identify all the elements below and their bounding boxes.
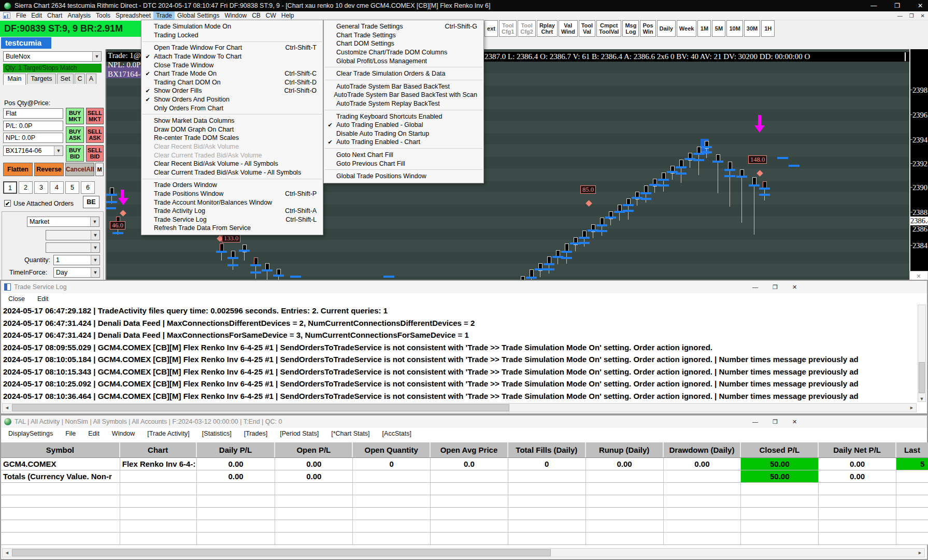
trade-menu-item-show-market-data-columns[interactable]: Show Market Data Columns [141, 117, 323, 125]
trade-menu-item-trade-account-monitor-balances-window[interactable]: Trade Account Monitor/Balances Window [141, 198, 323, 207]
toolbar-button-rplay-chrt[interactable]: RplayChrt [537, 20, 558, 37]
trade-menu-item-trading-locked[interactable]: Trading Locked [141, 31, 323, 40]
trade-menu-item-attach-trade-window-to-chart[interactable]: ✔Attach Trade Window To Chart [141, 52, 323, 61]
column-header-chart[interactable]: Chart [120, 442, 197, 457]
menubar-item-analysis[interactable]: Analysis [65, 11, 93, 20]
chevron-down-icon[interactable]: ▼ [91, 255, 99, 265]
preset-button-4[interactable]: 4 [50, 181, 64, 194]
use-attached-checkbox[interactable]: ✔ [4, 200, 11, 207]
maximize-icon[interactable]: ❐ [894, 2, 900, 9]
mdi-restore-icon[interactable]: ❐ [909, 13, 914, 19]
tab-main[interactable]: Main [3, 74, 26, 85]
log-horizontal-scrollbar[interactable]: ◄ ► [2, 403, 917, 412]
mdi-minimize-icon[interactable]: — [897, 13, 903, 19]
column-header-open-avg-price[interactable]: Open Avg Price [431, 442, 508, 457]
log-menu-close[interactable]: Close [8, 295, 25, 303]
settings-menu-item-goto-previous-chart-fill[interactable]: Goto Previous Chart Fill [324, 159, 483, 168]
sell-ask-button[interactable]: SELLASK [86, 126, 104, 143]
quantity-stepper[interactable]: 1▼ [53, 255, 100, 265]
chevron-down-icon[interactable]: ▼ [91, 243, 99, 252]
menubar-item-window[interactable]: Window [222, 11, 249, 20]
toolbar-button-week[interactable]: Week [677, 20, 697, 37]
order-type-select[interactable]: Market▼ [27, 217, 99, 227]
trade-menu-item-trade-service-log[interactable]: Trade Service LogCtrl-Shift-L [141, 215, 323, 224]
log-maximize-icon[interactable]: ❐ [773, 284, 778, 291]
toolbar-button-msg-log[interactable]: MsgLog [622, 20, 639, 37]
reverse-button[interactable]: Reverse [34, 163, 64, 176]
trade-menu-item-trading-chart-dom-on[interactable]: Trading Chart DOM OnCtrl-Shift-D [141, 78, 323, 87]
tal-horizontal-scrollbar[interactable]: ◄ ► [2, 548, 925, 557]
menubar-item-cw[interactable]: CW [263, 11, 279, 20]
column-header-open-quantity[interactable]: Open Quantity [353, 442, 431, 457]
column-header-daily-p-l[interactable]: Daily P/L [197, 442, 276, 457]
buy-bid-button[interactable]: BUYBID [66, 145, 84, 162]
settings-menu-item-auto-trading-enabled-chart[interactable]: ✔Auto Trading Enabled - Chart [324, 138, 483, 147]
menubar-item-chart[interactable]: Chart [45, 11, 65, 20]
settings-menu-item-global-profit-loss-management[interactable]: Global Profit/Loss Management [324, 56, 483, 65]
trade-menu-item-trade-activity-log[interactable]: Trade Activity LogCtrl-Shift-A [141, 207, 323, 216]
settings-menu-item-trading-keyboard-shortcuts-enabled[interactable]: Trading Keyboard Shortcuts Enabled [324, 112, 483, 121]
log-minimize-icon[interactable]: — [752, 284, 758, 291]
trade-menu-item-trade-orders-window[interactable]: Trade Orders Window [141, 181, 323, 190]
toolbar-button-tool-cfg2[interactable]: ToolCfg2 [518, 20, 535, 37]
settings-menu-item-chart-trade-settings[interactable]: Chart Trade Settings [324, 31, 483, 40]
tal-menu-trades[interactable]: [Trades] [244, 430, 267, 437]
trade-menu-item-trade-simulation-mode-on[interactable]: Trade Simulation Mode On [141, 22, 323, 31]
toolbar-button-daily[interactable]: Daily [657, 20, 676, 37]
toolbar-button-1h[interactable]: 1H [761, 20, 775, 37]
buy-ask-button[interactable]: BUYASK [66, 126, 84, 143]
log-menu-edit[interactable]: Edit [37, 295, 49, 303]
trade-menu-item-refresh-trade-data-from-service[interactable]: Refresh Trade Data From Service [141, 224, 323, 233]
menubar-item-trade[interactable]: Trade [153, 11, 175, 20]
settings-menu-item-disable-auto-trading-on-startup[interactable]: Disable Auto Trading On Startup [324, 130, 483, 138]
tal-menu-window[interactable]: Window [112, 430, 135, 437]
sell-bid-button[interactable]: SELLBID [86, 145, 104, 162]
preset-button-6[interactable]: 6 [81, 181, 95, 194]
tal-menu-accstats[interactable]: [AccStats] [382, 430, 411, 437]
settings-menu-item-autotrade-system-replay-backtest[interactable]: AutoTrade System Replay BackTest [324, 99, 483, 108]
tal-menu-chart-stats[interactable]: [*Chart Stats] [331, 430, 369, 437]
settings-menu-item-customize-chart-trade-dom-columns[interactable]: Customize Chart/Trade DOM Columns [324, 48, 483, 57]
tal-menu-edit[interactable]: Edit [88, 430, 99, 437]
log-close-icon[interactable]: ✕ [792, 284, 797, 291]
chevron-down-icon[interactable]: ▼ [91, 268, 99, 277]
trade-menu-item-open-trade-window-for-chart[interactable]: Open Trade Window For ChartCtrl-Shift-T [141, 44, 323, 52]
account-tab[interactable]: testcumia [1, 37, 51, 49]
pos-qty-field[interactable]: Flat [3, 108, 63, 119]
trade-menu-item-chart-trade-mode-on[interactable]: ✔Chart Trade Mode OnCtrl-Shift-C [141, 69, 323, 78]
toolbar-button-ext[interactable]: ext [484, 20, 498, 37]
settings-menu-item-general-trade-settings[interactable]: General Trade SettingsCtrl-Shift-G [324, 22, 483, 31]
menubar-item-file[interactable]: File [13, 11, 28, 20]
column-header-total-fills-daily[interactable]: Total Fills (Daily) [508, 442, 586, 457]
settings-menu-item-auto-trading-enabled-global[interactable]: ✔Auto Trading Enabled - Global [324, 121, 483, 130]
column-header-open-p-l[interactable]: Open P/L [275, 442, 353, 457]
menubar-item-edit[interactable]: Edit [28, 11, 45, 20]
trade-menu-item-draw-dom-graph-on-chart[interactable]: Draw DOM Graph On Chart [141, 125, 323, 134]
tal-maximize-icon[interactable]: ❐ [773, 419, 778, 425]
toolbar-button-5m[interactable]: 5M [712, 20, 725, 37]
log-vertical-scrollbar[interactable]: ▼ [918, 305, 926, 402]
toolbar-button-30m[interactable]: 30M [744, 20, 760, 37]
chevron-down-icon[interactable]: ▼ [90, 217, 99, 226]
tab-a[interactable]: A [86, 74, 96, 84]
attached-order-1-select[interactable]: ▼ [46, 230, 100, 240]
chevron-down-icon[interactable]: ▼ [54, 146, 63, 155]
menubar-item-spreadsheet[interactable]: Spreadsheet [113, 11, 153, 20]
time-in-force-select[interactable]: Day▼ [53, 267, 100, 278]
trade-menu-item-re-center-trade-dom-scales[interactable]: Re-center Trade DOM Scales [141, 134, 323, 142]
settings-menu-item-clear-trade-simulation-orders-data[interactable]: Clear Trade Simulation Orders & Data [324, 69, 483, 78]
menubar-item-tools[interactable]: Tools [93, 11, 113, 20]
column-header-runup-daily[interactable]: Runup (Daily) [586, 442, 664, 457]
preset-button-5[interactable]: 5 [65, 181, 79, 194]
trade-account-select[interactable]: BX17164-06▼ [3, 146, 63, 156]
be-button[interactable]: BE [83, 196, 99, 208]
log-scroll-left-icon[interactable]: ◄ [3, 405, 11, 410]
toolbar-button-1m[interactable]: 1M [697, 20, 711, 37]
menubar-item-global-settings[interactable]: Global Settings [175, 11, 222, 20]
menubar-item-help[interactable]: Help [279, 11, 297, 20]
flatten-button[interactable]: Flatten [3, 163, 33, 176]
chevron-down-icon[interactable]: ▼ [91, 231, 99, 240]
column-header-closed-p-l[interactable]: Closed P/L [741, 442, 819, 457]
tab-set[interactable]: Set [57, 74, 74, 84]
settings-menu-item-goto-next-chart-fill[interactable]: Goto Next Chart Fill [324, 151, 483, 160]
